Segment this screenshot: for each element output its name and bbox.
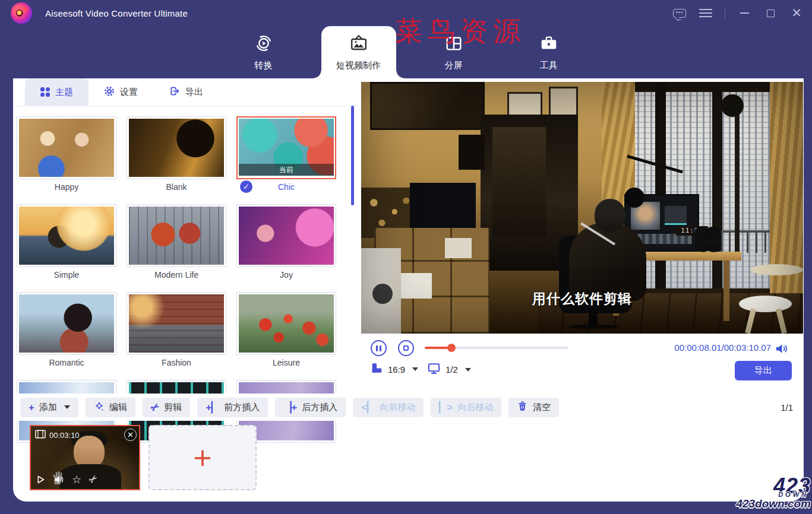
theme-label: Simple — [17, 267, 116, 283]
theme-card-modern-life[interactable]: Modern Life — [127, 204, 226, 283]
insert-after-label: 后方插入 — [302, 402, 337, 413]
theme-label: Happy — [17, 179, 116, 195]
video-preview: 11:01 用什么软件剪辑 — [361, 82, 803, 334]
toolbox-icon — [539, 33, 559, 56]
theme-thumb-happy — [19, 119, 114, 177]
insert-after-button[interactable]: ▕+ 后方插入 — [275, 398, 346, 417]
theme-thumb-simple — [19, 207, 114, 265]
chevron-down-icon — [412, 367, 418, 371]
move-forward-button: <▏ 向前移动 — [353, 398, 424, 417]
chevron-down-icon — [64, 405, 70, 409]
tab-settings-label: 设置 — [120, 87, 138, 98]
split-screen-icon — [444, 33, 464, 56]
add-clip-placeholder[interactable]: + — [149, 425, 257, 490]
check-icon: ✓ — [240, 180, 252, 193]
panel-tabs: 主题 设置 导出 — [13, 78, 356, 106]
trim-button[interactable]: ✂ 剪辑 — [143, 398, 190, 417]
content-window: 主题 设置 导出 Happy Blank — [13, 78, 804, 502]
clip-toolbar: + 添加 编辑 ✂ 剪辑 +▏ 前方插入 ▕+ 后方插入 <▏ 向前移动 — [13, 394, 804, 421]
maximize-button[interactable] — [763, 6, 778, 20]
tab-mv[interactable]: 短视频制作 — [321, 26, 396, 78]
monitor-icon — [427, 361, 441, 377]
close-button[interactable]: ✕ — [789, 6, 804, 20]
clip-duration-row: 00:03:10 — [35, 430, 80, 440]
plus-icon: + — [29, 402, 34, 413]
time-display: 00:00:08.01/00:03:10.07 — [674, 342, 771, 353]
add-button[interactable]: + 添加 — [20, 398, 78, 417]
aspect-ratio-value: 16:9 — [388, 364, 405, 375]
gear-icon — [104, 86, 115, 99]
screen-index-value: 1/2 — [446, 364, 458, 375]
theme-label: Fashion — [127, 355, 226, 370]
scissors-icon: ✂ — [149, 401, 161, 414]
minimize-button[interactable] — [737, 6, 751, 20]
remove-clip-icon[interactable]: ✕ — [124, 429, 137, 441]
pause-button[interactable] — [371, 340, 387, 356]
theme-card-happy[interactable]: Happy — [17, 116, 116, 195]
app-logo-icon — [11, 2, 32, 24]
theme-label: Romantic — [17, 355, 116, 370]
edit-label: 编辑 — [109, 402, 127, 413]
progress-handle[interactable] — [447, 344, 456, 352]
progress-track[interactable] — [425, 347, 568, 349]
tab-settings[interactable]: 设置 — [89, 78, 153, 106]
app-title: Aiseesoft Video Converter Ultimate — [45, 8, 188, 18]
mv-icon — [349, 33, 369, 56]
add-clip-plus-icon: + — [193, 442, 212, 474]
theme-thumb-romantic — [19, 294, 114, 353]
titlebar: Aiseesoft Video Converter Ultimate ••• ✕ — [0, 0, 812, 26]
volume-icon[interactable] — [775, 342, 788, 358]
move-backward-label: 向后移动 — [457, 402, 493, 413]
theme-grid-icon — [40, 87, 50, 97]
theme-label: Leisure — [236, 355, 336, 370]
clip-effect-icon[interactable]: ☆ — [72, 474, 81, 485]
move-forward-label: 向前移动 — [380, 402, 415, 413]
tab-theme[interactable]: 主题 — [25, 78, 89, 106]
export-button[interactable]: 导出 — [735, 361, 792, 380]
tab-export[interactable]: 导出 — [153, 78, 219, 106]
theme-thumb-modern-life — [129, 207, 224, 265]
tab-collage[interactable]: 分屏 — [416, 26, 491, 78]
tab-convert[interactable]: 转换 — [226, 26, 301, 78]
trim-label: 剪辑 — [164, 402, 182, 413]
clip-volume-icon[interactable] — [53, 474, 64, 485]
edit-button[interactable]: 编辑 — [86, 398, 135, 417]
trash-icon — [517, 401, 528, 414]
tab-theme-label: 主题 — [55, 87, 73, 98]
tab-export-label: 导出 — [185, 87, 203, 98]
theme-card-leisure[interactable]: Leisure — [236, 292, 336, 370]
timeline-clip[interactable]: 00:03:10 ✕ ☆ ✂ — [30, 425, 140, 490]
aspect-ratio-control[interactable]: 16:9 — [370, 361, 418, 377]
theme-card-blank[interactable]: Blank — [127, 116, 226, 195]
theme-thumb-joy — [239, 207, 334, 265]
clear-button[interactable]: 清空 — [508, 398, 559, 417]
clear-label: 清空 — [533, 402, 551, 413]
clip-play-icon[interactable] — [36, 474, 46, 485]
theme-list-scrollbar[interactable] — [351, 106, 354, 205]
tab-toolbox[interactable]: 工具 — [511, 26, 586, 78]
insert-before-button[interactable]: +▏ 前方插入 — [197, 398, 268, 417]
pause-icon — [376, 345, 381, 351]
menu-icon[interactable] — [699, 6, 713, 20]
tab-toolbox-label: 工具 — [540, 60, 558, 71]
aspect-ratio-icon — [370, 361, 383, 377]
tab-convert-label: 转换 — [255, 60, 273, 71]
sparkle-icon — [94, 401, 105, 414]
screen-select-control[interactable]: 1/2 — [427, 361, 471, 377]
theme-card-simple[interactable]: Simple — [17, 204, 116, 283]
stop-button[interactable] — [398, 340, 414, 356]
theme-label: Blank — [127, 179, 226, 195]
tab-collage-label: 分屏 — [445, 60, 463, 71]
clip-duration: 00:03:10 — [49, 431, 80, 440]
move-backward-icon: ▏> — [439, 402, 453, 413]
theme-card-chic[interactable]: 当前 Chic ✓ — [236, 116, 336, 195]
theme-card-joy[interactable]: Joy — [236, 204, 336, 283]
add-label: 添加 — [39, 402, 57, 413]
theme-thumb-fashion — [129, 294, 224, 353]
film-icon — [35, 430, 46, 440]
titlebar-divider — [725, 8, 725, 18]
theme-card-fashion[interactable]: Fashion — [127, 292, 226, 370]
feedback-icon[interactable]: ••• — [672, 6, 687, 20]
theme-card-romantic[interactable]: Romantic — [17, 292, 116, 370]
clip-counter: 1/1 — [781, 394, 793, 421]
